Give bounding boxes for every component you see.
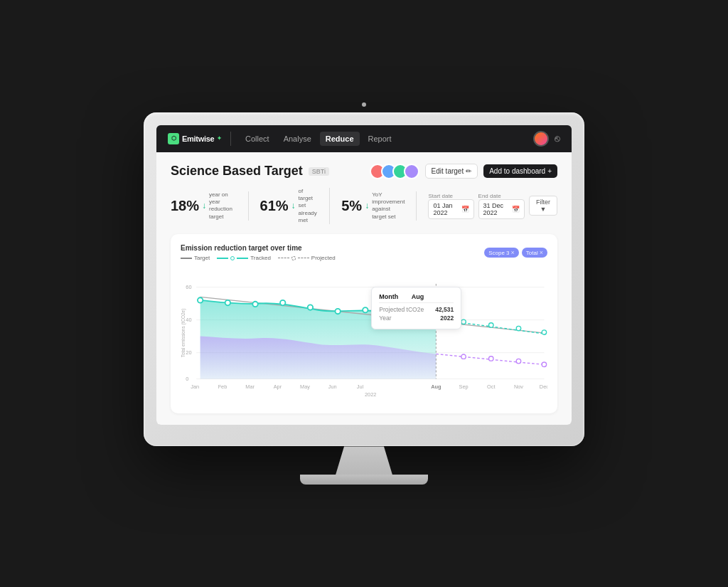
tracked-dot-mar	[252, 302, 257, 307]
nav-item-collect[interactable]: Collect	[240, 132, 275, 146]
svg-text:Oct: Oct	[487, 384, 495, 391]
logout-icon[interactable]: ⎋	[555, 133, 560, 144]
chart-left-header: Emission reduction target over time Targ…	[181, 244, 336, 261]
tooltip-row-year: Year 2022	[379, 314, 454, 322]
legend-target: Target	[181, 255, 210, 261]
stat-yoy-reduction: 18% ↓ year on year reduction target	[171, 191, 249, 221]
calendar-icon: 📅	[461, 206, 469, 213]
chart-svg-container: 60 40 20 0	[181, 265, 547, 403]
svg-text:Total emissions (tCO2e): Total emissions (tCO2e)	[181, 309, 186, 358]
stat-value-2: 61%	[260, 198, 289, 214]
tag-pills: Scope 3 × Total ×	[484, 248, 547, 258]
stat-arrow-1: ↓	[202, 201, 206, 211]
svg-text:Jun: Jun	[328, 384, 337, 391]
legend-line-tracked	[217, 258, 228, 259]
chart-header: Emission reduction target over time Targ…	[181, 244, 547, 261]
tag-scope3: Scope 3 ×	[484, 248, 519, 258]
tag-total-remove[interactable]: ×	[540, 249, 543, 256]
nav-right: ⎋	[533, 131, 560, 147]
stat-target-met: 61% ↓ of target set already met	[260, 188, 331, 225]
end-date-input[interactable]: 31 Dec 2022 📅	[478, 199, 525, 219]
svg-text:Mar: Mar	[245, 384, 255, 391]
legend-dot-projected	[291, 256, 296, 260]
tracked-dot-jul	[363, 308, 368, 313]
proj-dot-oct-p	[489, 356, 493, 361]
user-avatar[interactable]	[533, 131, 549, 147]
calendar-icon-end: 📅	[512, 206, 520, 213]
svg-text:Nov: Nov	[514, 384, 523, 391]
proj-dot-dec	[542, 330, 546, 334]
add-dashboard-button[interactable]: Add to dashboard +	[483, 164, 557, 178]
stats-row: 18% ↓ year on year reduction target 61% …	[171, 188, 557, 225]
svg-text:Aug: Aug	[431, 384, 441, 391]
logo-icon: ⬡	[168, 133, 179, 144]
filter-button[interactable]: Filter ▼	[529, 196, 557, 216]
monitor: ⬡ Emitwise ✦ Collect Analyse Reduce Repo…	[144, 102, 584, 485]
proj-dot-sep-p	[461, 354, 466, 359]
plus-icon: +	[547, 167, 552, 175]
monitor-stand-base	[300, 475, 428, 485]
logo-badge: ✦	[217, 135, 222, 142]
filter-icon: ▼	[540, 206, 547, 213]
legend-dashed-projected	[278, 258, 289, 259]
app-main: Science Based Target SBTi Edit target ✏	[156, 152, 572, 425]
tag-scope3-remove[interactable]: ×	[511, 249, 515, 256]
proj-dot-oct	[489, 323, 493, 327]
legend-tracked: Tracked	[217, 255, 271, 261]
proj-dot-nov-p	[516, 359, 520, 364]
edit-icon: ✏	[466, 167, 471, 175]
stat-desc-1: year on year reduction target	[209, 191, 236, 221]
svg-text:Feb: Feb	[218, 384, 228, 391]
tracked-dot-jan	[198, 298, 203, 303]
start-date-input[interactable]: 01 Jan 2022 📅	[428, 199, 473, 219]
nav-item-reduce[interactable]: Reduce	[320, 132, 360, 146]
chart-card: Emission reduction target over time Targ…	[171, 234, 557, 413]
stat-arrow-2: ↓	[291, 201, 296, 211]
svg-text:Sep: Sep	[459, 384, 469, 391]
nav-item-analyse[interactable]: Analyse	[278, 132, 317, 146]
edit-target-button[interactable]: Edit target ✏	[425, 164, 478, 179]
tracked-dot-apr	[280, 300, 285, 305]
monitor-stand-neck	[336, 446, 392, 475]
legend-line-tracked-2	[237, 258, 248, 259]
svg-text:Apr: Apr	[274, 384, 282, 391]
legend-dot-tracked	[230, 256, 235, 260]
header-right: Edit target ✏ Add to dashboard +	[370, 164, 557, 179]
stat-value-1: 18%	[171, 198, 199, 214]
stat-desc-3: YoY improvement against target set	[372, 191, 405, 221]
tracked-dot-feb	[225, 300, 230, 305]
svg-text:May: May	[300, 384, 310, 391]
stat-arrow-3: ↓	[365, 201, 369, 211]
monitor-screen: ⬡ Emitwise ✦ Collect Analyse Reduce Repo…	[156, 125, 572, 425]
app-nav: ⬡ Emitwise ✦ Collect Analyse Reduce Repo…	[156, 125, 572, 152]
chart-svg: 60 40 20 0	[181, 265, 547, 401]
legend-line-target	[181, 258, 192, 259]
monitor-bezel: ⬡ Emitwise ✦ Collect Analyse Reduce Repo…	[144, 112, 584, 447]
chart-tooltip: Month Aug Projected tCO2e 42,531 Year 20…	[371, 287, 461, 329]
svg-text:60: 60	[186, 285, 191, 291]
tracked-dot-may	[308, 305, 313, 310]
svg-text:Dec: Dec	[540, 384, 547, 391]
stat-desc-2: of target set already met	[299, 188, 318, 225]
page-title: Science Based Target	[171, 164, 303, 179]
svg-text:Jan: Jan	[191, 384, 199, 391]
proj-dot-sep	[461, 320, 466, 324]
page-header: Science Based Target SBTi Edit target ✏	[171, 164, 557, 179]
date-controls: Start date 01 Jan 2022 📅 End date 31 Dec…	[428, 193, 557, 219]
avatar-4	[404, 164, 419, 179]
nav-logo: ⬡ Emitwise ✦	[168, 133, 222, 144]
tracked-dot-jun	[335, 309, 340, 314]
tooltip-row-projected: Projected tCO2e 42,531	[379, 306, 454, 313]
stat-yoy-improvement: 5% ↓ YoY improvement against target set	[341, 191, 417, 221]
date-end-group: End date 31 Dec 2022 📅	[478, 193, 525, 219]
camera-dot	[362, 102, 366, 107]
nav-item-report[interactable]: Report	[363, 132, 397, 146]
logo-text: Emitwise	[182, 134, 214, 143]
legend-projected: Projected	[278, 255, 336, 261]
page-title-area: Science Based Target SBTi	[171, 164, 329, 179]
tag-total: Total ×	[522, 248, 547, 258]
date-start-group: Start date 01 Jan 2022 📅	[428, 193, 473, 219]
nav-items: Collect Analyse Reduce Report	[240, 132, 533, 146]
proj-dot-nov	[516, 327, 520, 331]
chart-title: Emission reduction target over time	[181, 244, 336, 252]
